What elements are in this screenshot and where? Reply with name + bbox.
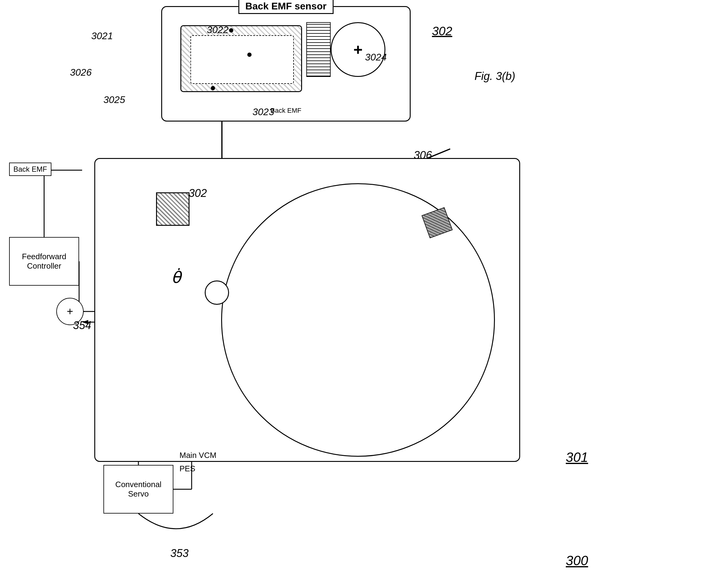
sensor-dot-2 bbox=[247, 52, 252, 57]
disk-platter bbox=[221, 183, 495, 457]
pivot-circle bbox=[205, 280, 229, 305]
conv-servo-block: Conventional Servo bbox=[103, 465, 173, 513]
back-emf-sensor-box: Back EMF sensor + Back EMF bbox=[161, 6, 411, 122]
ref-3023: 3023 bbox=[253, 106, 274, 118]
diagram-container: Back EMF sensor + Back EMF 3021 3022 302… bbox=[0, 0, 720, 588]
ref-3021: 3021 bbox=[91, 30, 113, 42]
sensor-grid bbox=[306, 22, 331, 77]
ref-3026: 3026 bbox=[70, 67, 92, 78]
back-emf-sensor-label: Back EMF sensor bbox=[239, 0, 334, 14]
back-emf-bottom-label: Back EMF bbox=[271, 107, 301, 114]
sensor-circle: + bbox=[331, 22, 385, 77]
ref-354: 354 bbox=[73, 319, 91, 332]
ref-302-main: 302 bbox=[188, 187, 207, 200]
hdd-box: θ̇ bbox=[94, 158, 520, 462]
fig-label: Fig. 3(b) bbox=[475, 70, 515, 83]
sensor-coil-inner bbox=[191, 35, 294, 84]
sensor-dot-3 bbox=[211, 86, 215, 90]
theta-dot-label: θ̇ bbox=[171, 268, 181, 287]
sensor-coil bbox=[180, 25, 302, 92]
ref-302-top: 302 bbox=[432, 24, 452, 38]
ref-300: 300 bbox=[566, 553, 588, 568]
ref-3022: 3022 bbox=[207, 24, 228, 36]
sensor-dot-1 bbox=[229, 28, 233, 33]
vcm-magnet bbox=[156, 192, 189, 226]
main-vcm-pes-label: Main VCM PES bbox=[179, 450, 216, 474]
ref-353: 353 bbox=[171, 547, 188, 560]
ref-301: 301 bbox=[566, 450, 588, 465]
ref-3025: 3025 bbox=[103, 94, 125, 105]
feedforward-block: Feedforward Controller bbox=[9, 237, 79, 286]
ref-306: 306 bbox=[414, 149, 432, 162]
back-emf-input-label: Back EMF bbox=[9, 163, 52, 176]
ref-3024: 3024 bbox=[365, 52, 387, 63]
